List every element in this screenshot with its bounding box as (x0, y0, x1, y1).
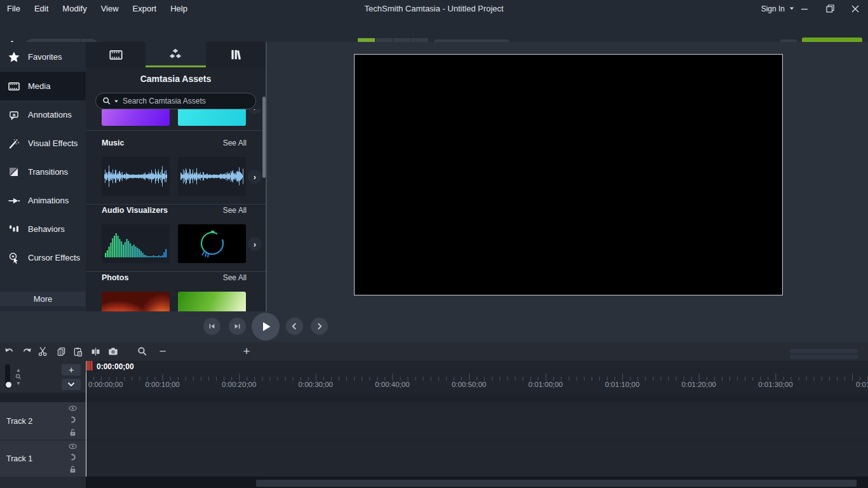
tab-media-bin[interactable] (86, 42, 146, 67)
sidebar-item-annotations[interactable]: a Annotations (0, 100, 86, 129)
audio-visualizer-bars-thumbnail[interactable] (102, 224, 170, 263)
panel-scrollbar[interactable] (262, 97, 266, 178)
cut-button[interactable] (36, 344, 51, 359)
timeline-zoom-icon (135, 344, 150, 359)
music-section-header: Music See All (102, 139, 247, 147)
paste-button[interactable] (70, 344, 85, 359)
photos-see-all-link[interactable]: See All (223, 273, 247, 282)
track-zoom-mini-control[interactable]: ▲ ▼ (13, 363, 24, 390)
sign-in-button[interactable]: Sign In (761, 0, 794, 17)
preview-canvas[interactable] (354, 54, 783, 295)
scroll-right-chevron[interactable]: › (248, 109, 262, 114)
track-1-header[interactable]: Track 1 (0, 440, 86, 477)
menu-help[interactable]: Help (163, 0, 194, 17)
filmstrip-icon (109, 48, 123, 62)
search-filter-chevron[interactable] (114, 100, 118, 102)
minimize-button[interactable] (792, 0, 817, 17)
track-visibility-eye-icon[interactable] (69, 444, 77, 449)
split-button[interactable] (88, 344, 103, 359)
menu-edit[interactable]: Edit (27, 0, 55, 17)
ruler-labels: 0:00:00;00 0:00:10;00 0:00:20;00 0:00:30… (86, 381, 868, 391)
photo-fire-thumbnail[interactable] (102, 292, 170, 311)
photo-nature-thumbnail[interactable] (178, 292, 246, 311)
star-icon (0, 51, 28, 64)
camtasia-window: TechSmith Camtasia - Untitled Project Fi… (0, 0, 868, 488)
undo-button[interactable] (2, 344, 17, 359)
sidebar-more-button[interactable]: More (0, 292, 86, 306)
playhead-line[interactable] (86, 372, 86, 477)
timeline-scroll-indicator-bottom[interactable] (790, 355, 858, 359)
animations-arrow-icon (0, 194, 28, 207)
svg-text:a: a (13, 111, 16, 117)
playback-bar: 00:00 / 00:00 30 fps Properties (0, 311, 868, 342)
sidebar-item-transitions[interactable]: Transitions (0, 158, 86, 186)
playhead-out-handle[interactable] (86, 361, 93, 370)
menu-modify[interactable]: Modify (55, 0, 93, 17)
previous-clip-button[interactable] (286, 318, 303, 335)
panel-title: Camtasia Assets (86, 67, 266, 88)
cursor-effects-icon (0, 252, 28, 264)
music-asset-thumbnail[interactable] (178, 157, 246, 196)
music-asset-thumbnail[interactable] (102, 157, 170, 196)
sidebar-item-cursor-effects[interactable]: Cursor Effects (0, 243, 86, 272)
audio-visualizers-scroll-right-chevron[interactable]: › (248, 237, 262, 251)
track-magnet-icon[interactable] (69, 453, 77, 461)
assets-panel: Camtasia Assets › Music See All › Audio … (86, 42, 267, 311)
track-magnet-icon[interactable] (69, 416, 77, 424)
music-see-all-link[interactable]: See All (223, 139, 247, 147)
step-forward-button[interactable] (229, 318, 246, 335)
restore-button[interactable] (817, 0, 843, 17)
track-lock-icon[interactable] (69, 428, 76, 437)
music-scroll-right-chevron[interactable]: › (248, 170, 262, 184)
asset-thumbnail-gradient-cyan[interactable] (178, 109, 246, 126)
asset-thumbnail-gradient-purple[interactable] (102, 109, 170, 126)
sidebar-item-favorites[interactable]: Favorites (0, 42, 86, 72)
track-2-header[interactable]: Track 2 (0, 402, 86, 440)
photos-section-header: Photos See All (102, 273, 247, 282)
track-height-handle[interactable] (6, 382, 11, 388)
menu-file[interactable]: File (0, 0, 27, 17)
screenshot-button[interactable] (105, 344, 121, 359)
sidebar-item-media[interactable]: Media (0, 72, 86, 100)
tab-library[interactable] (206, 42, 266, 67)
audio-visualizer-circle-thumbnail[interactable] (178, 224, 246, 263)
behaviors-icon (0, 223, 28, 236)
sidebar: Favorites Media a Annotations Visual Eff… (0, 42, 86, 311)
zoom-in-button[interactable]: + (239, 344, 254, 359)
track-row: Track 1 (0, 440, 868, 477)
track-row: Track 2 (0, 402, 868, 440)
panel-tabs (86, 42, 266, 67)
magic-wand-icon (0, 137, 28, 150)
zoom-out-button[interactable]: − (155, 344, 170, 359)
add-track-button[interactable]: + (62, 364, 81, 376)
next-clip-button[interactable] (311, 318, 328, 335)
play-button[interactable] (252, 313, 280, 341)
timeline-scroll-indicator-top[interactable] (790, 349, 858, 353)
audio-visualizers-section-header: Audio Visualizers See All (102, 206, 247, 215)
close-button[interactable] (843, 0, 868, 17)
step-back-button[interactable] (203, 318, 220, 335)
search-icon (102, 97, 111, 105)
track-lock-icon[interactable] (69, 465, 76, 473)
ruler-ticks (86, 372, 868, 381)
assets-scroll-area: › Music See All › Audio Visualizers See … (86, 109, 266, 311)
menu-export[interactable]: Export (126, 0, 164, 17)
assets-search-box[interactable] (95, 93, 256, 109)
sidebar-item-visual-effects[interactable]: Visual Effects (0, 129, 86, 158)
menu-bar: TechSmith Camtasia - Untitled Project Fi… (0, 0, 868, 17)
timeline-left-controls: ▲ ▼ + (0, 361, 86, 393)
tab-camtasia-assets[interactable] (146, 42, 205, 67)
track-visibility-eye-icon[interactable] (69, 405, 77, 411)
assets-search-input[interactable] (121, 96, 249, 106)
collapse-tracks-button[interactable] (62, 379, 81, 390)
sidebar-item-animations[interactable]: Animations (0, 186, 86, 215)
timeline-ruler-row: ▲ ▼ + 0:00:00;00 0:00:00;00 0:00:10;00 0… (0, 361, 868, 393)
copy-button[interactable] (53, 344, 69, 359)
audio-visualizers-see-all-link[interactable]: See All (223, 206, 247, 215)
timeline-horizontal-scrollbar (0, 477, 868, 488)
timeline-ruler[interactable]: 0:00:00;00 0:00:00;00 0:00:10;00 0:00:20… (86, 361, 868, 393)
sidebar-item-behaviors[interactable]: Behaviors (0, 215, 86, 243)
redo-button[interactable] (19, 344, 34, 359)
menu-view[interactable]: View (94, 0, 126, 17)
horizontal-scrollbar-thumb[interactable] (256, 480, 857, 487)
